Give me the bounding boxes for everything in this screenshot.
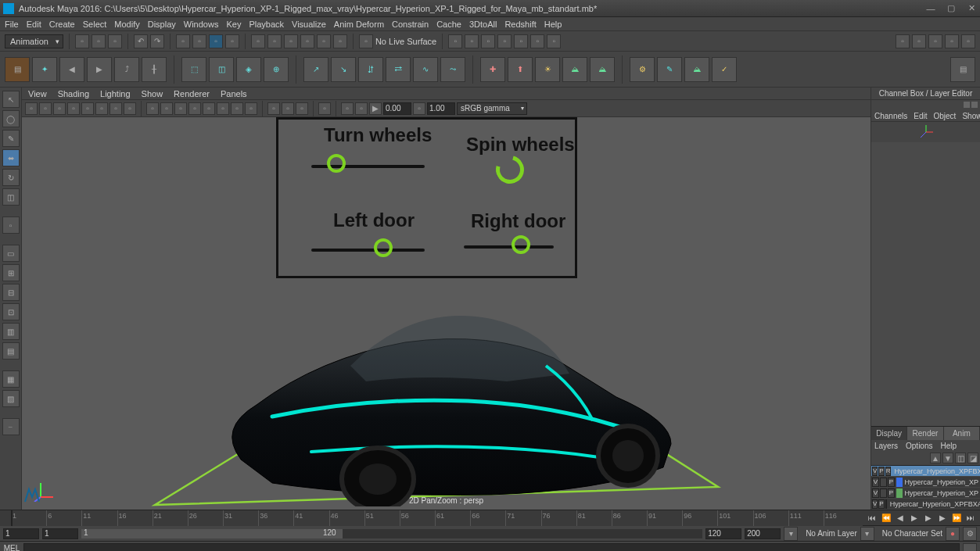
channel-menu-edit[interactable]: Edit: [914, 112, 927, 120]
vp-time-field[interactable]: [383, 102, 411, 115]
sidebar-toggle-3[interactable]: ▫: [928, 34, 942, 48]
script-lang-label[interactable]: MEL: [0, 544, 23, 551]
sidebar-toggle-1[interactable]: ▫: [896, 34, 910, 48]
shelf-btn-24[interactable]: ✓: [712, 57, 737, 82]
layer-row[interactable]: V P Hypercar_Hyperion_XPFBXA: [871, 499, 980, 510]
shelf-options-button[interactable]: ▤: [950, 57, 975, 82]
main-menubar[interactable]: File Edit Create Select Modify Display W…: [0, 17, 980, 31]
shelf-btn-8[interactable]: ◈: [236, 57, 261, 82]
channel-menu-channels[interactable]: Channels: [874, 112, 907, 120]
close-button[interactable]: ✕: [966, 3, 977, 14]
prefs-button[interactable]: ⚙: [963, 527, 977, 541]
vp-gamma-dropdown[interactable]: sRGB gamma: [457, 102, 527, 115]
step-fwd-key-button[interactable]: ⏩: [950, 512, 963, 524]
anim-layer-dropdown[interactable]: No Anim Layer: [806, 529, 857, 538]
shelf-btn-6[interactable]: ⬚: [181, 57, 206, 82]
shelf-btn-2[interactable]: ◀: [59, 57, 84, 82]
menuset-dropdown[interactable]: Animation: [5, 34, 63, 48]
shelf-btn-20[interactable]: ⛰: [590, 57, 615, 82]
step-back-button[interactable]: ◀: [894, 512, 906, 524]
snap-plane-button[interactable]: ▫: [300, 34, 314, 48]
shelf-btn-3[interactable]: ▶: [87, 57, 112, 82]
go-start-button[interactable]: ⏮: [866, 512, 878, 524]
layer-color-swatch[interactable]: [896, 488, 903, 498]
save-scene-button[interactable]: ▫: [108, 34, 122, 48]
vp-btn-motion[interactable]: ▫: [231, 102, 243, 115]
layer-type-toggle[interactable]: P: [888, 478, 895, 487]
step-fwd-button[interactable]: ▶: [936, 512, 949, 524]
vp-menu-view[interactable]: View: [28, 89, 47, 98]
go-end-button[interactable]: ⏭: [964, 512, 977, 524]
tab-anim[interactable]: Anim: [944, 427, 980, 440]
viewport-3d[interactable]: Turn wheels Spin wheels Left door Right …: [22, 117, 871, 510]
shelf-btn-18[interactable]: ☀: [535, 57, 560, 82]
menu-anim-deform[interactable]: Anim Deform: [334, 20, 384, 29]
shelf-btn-11[interactable]: ↘: [331, 57, 356, 82]
minimize-button[interactable]: —: [925, 3, 936, 14]
channel-menu-object[interactable]: Object: [934, 112, 957, 120]
shelf-btn-1[interactable]: ✦: [32, 57, 57, 82]
layer-row[interactable]: V P R Hypercar_Hyperion_XPFBXAS: [871, 466, 980, 477]
vp-menu-show[interactable]: Show: [142, 89, 163, 98]
layout-two-v[interactable]: ⊡: [2, 303, 20, 320]
tab-display[interactable]: Display: [871, 427, 907, 440]
live-button[interactable]: ▫: [359, 34, 373, 48]
anim-layer-options[interactable]: ▾: [860, 527, 874, 541]
play-fwd-button[interactable]: ▶: [922, 512, 935, 524]
vp-btn-tex[interactable]: ▫: [174, 102, 187, 115]
menu-modify[interactable]: Modify: [114, 20, 139, 29]
range-slider[interactable]: 1 120: [81, 529, 702, 538]
menu-constrain[interactable]: Constrain: [392, 20, 429, 29]
layer-menu-options[interactable]: Options: [906, 442, 932, 450]
vp-btn-ao[interactable]: ▫: [217, 102, 229, 115]
vp-btn-image[interactable]: ▫: [53, 102, 66, 115]
layer-up-button[interactable]: ▲: [930, 453, 941, 463]
scale-tool[interactable]: ◫: [2, 188, 20, 206]
shelf-btn-19[interactable]: ⛰: [562, 57, 587, 82]
vp-btn-xrayj[interactable]: ▫: [296, 102, 308, 115]
ipr-button[interactable]: ▫: [481, 34, 495, 48]
vp-btn-2d[interactable]: ▫: [67, 102, 80, 115]
shelf-btn-9[interactable]: ⊕: [264, 57, 289, 82]
menu-redshift[interactable]: Redshift: [504, 20, 536, 29]
render-settings-button[interactable]: ▫: [530, 34, 544, 48]
layer-row[interactable]: V P Hypercar_Hyperion_XP: [871, 477, 980, 488]
vp-menu-renderer[interactable]: Renderer: [174, 89, 210, 98]
range-end-outer[interactable]: [745, 528, 781, 539]
layer-new-empty-button[interactable]: ◫: [955, 453, 966, 463]
layer-type-toggle[interactable]: R: [885, 467, 892, 476]
range-end-inner[interactable]: [705, 528, 741, 539]
last-tool[interactable]: ▫: [2, 216, 20, 234]
layer-playback-toggle[interactable]: P: [878, 499, 884, 509]
paint-select-tool[interactable]: ✎: [2, 130, 20, 147]
vp-menu-shading[interactable]: Shading: [58, 89, 89, 98]
render-view-button[interactable]: ▫: [497, 34, 512, 48]
right-panel-corner-icons[interactable]: [871, 100, 980, 111]
select-component-button[interactable]: ▫: [209, 34, 223, 48]
layer-color-swatch[interactable]: [896, 478, 903, 487]
select-mask-button[interactable]: ▫: [225, 34, 239, 48]
vp-btn-play[interactable]: ▶: [369, 102, 382, 115]
layer-menu-layers[interactable]: Layers: [874, 442, 898, 450]
vp-btn-xray[interactable]: ▫: [282, 102, 294, 115]
menu-windows[interactable]: Windows: [184, 20, 219, 29]
layout-persp-graph[interactable]: ▦: [2, 370, 20, 388]
snap-live-button[interactable]: ▫: [317, 34, 331, 48]
rig-slider-right-door[interactable]: [464, 245, 554, 249]
range-options-button[interactable]: ▾: [784, 527, 798, 541]
shelf-btn-5[interactable]: ╂: [142, 57, 167, 82]
new-scene-button[interactable]: ▫: [75, 34, 89, 48]
vp-btn-step[interactable]: ▫: [413, 102, 425, 115]
menu-create[interactable]: Create: [49, 20, 75, 29]
shelf-btn-23[interactable]: ⛰: [684, 57, 709, 82]
layer-playback-toggle[interactable]: [880, 488, 887, 498]
vp-btn-res[interactable]: ▫: [109, 102, 122, 115]
render-globals-button[interactable]: ▫: [514, 34, 528, 48]
range-start-inner[interactable]: [42, 528, 78, 539]
vp-btn-smooth[interactable]: ▫: [160, 102, 173, 115]
menu-visualize[interactable]: Visualize: [292, 20, 326, 29]
layout-outliner[interactable]: ▤: [2, 342, 20, 360]
vp-btn-gate[interactable]: ▫: [124, 102, 136, 115]
select-tool[interactable]: ↖: [2, 91, 20, 108]
shelf-btn-21[interactable]: ⚙: [630, 57, 655, 82]
